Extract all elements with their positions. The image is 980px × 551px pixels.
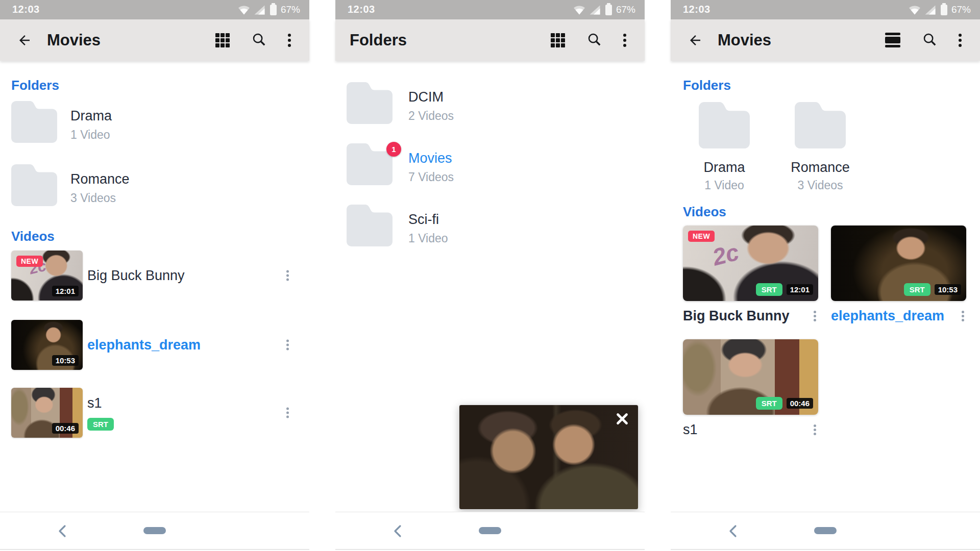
overflow-menu-icon[interactable]: [623, 34, 626, 47]
folder-icon: [699, 101, 750, 149]
folder-item-drama[interactable]: [11, 101, 57, 145]
video-title: s1: [87, 395, 102, 411]
back-icon[interactable]: [688, 33, 703, 50]
duration-badge: 12:01: [52, 286, 79, 296]
status-time: 12:03: [683, 4, 710, 15]
wifi-icon: [909, 5, 921, 15]
more-options-icon[interactable]: [960, 309, 966, 323]
home-pill[interactable]: [143, 527, 166, 534]
folder-item-scifi[interactable]: [346, 205, 393, 248]
status-time: 12:03: [348, 4, 375, 15]
video-thumbnail[interactable]: 2c NEW 12:01: [11, 251, 83, 300]
nav-back-icon[interactable]: [728, 524, 738, 540]
app-toolbar: Folders: [335, 19, 645, 61]
list-view-icon[interactable]: [885, 33, 900, 47]
search-icon[interactable]: [922, 32, 937, 49]
folder-card-drama[interactable]: Drama 1 Video: [678, 101, 770, 192]
folder-count: 3 Videos: [774, 179, 866, 192]
video-thumbnail[interactable]: 00:46: [11, 388, 83, 438]
folder-name: Romance: [70, 171, 130, 187]
folder-icon: [346, 82, 393, 124]
search-icon[interactable]: [251, 32, 266, 49]
grid-view-icon[interactable]: [551, 33, 565, 47]
more-options-icon[interactable]: [812, 309, 818, 323]
gesture-nav-bar: [671, 512, 980, 549]
video-card-elephants-dream[interactable]: SRT 10:53 elephants_dream: [831, 226, 966, 324]
folder-item-movies[interactable]: 1: [346, 143, 393, 187]
new-count-badge: 1: [386, 142, 401, 157]
folder-icon: [11, 164, 57, 206]
folder-count: 1 Video: [678, 179, 770, 192]
screen-edge: [671, 549, 980, 550]
srt-badge: SRT: [756, 283, 782, 296]
folder-count: 1 Video: [70, 128, 112, 142]
status-bar: 12:03 67%: [0, 0, 309, 19]
duration-badge: 10:53: [935, 284, 961, 295]
folder-item-movies-meta: Movies 7 Videos: [408, 151, 454, 184]
overflow-menu-icon[interactable]: [959, 34, 962, 47]
folders-heading: Folders: [11, 78, 59, 93]
status-bar: 12:03 67%: [671, 0, 980, 19]
home-pill[interactable]: [814, 527, 837, 534]
search-icon[interactable]: [586, 32, 602, 49]
screen-edge: [335, 549, 645, 550]
more-options-icon[interactable]: [812, 422, 818, 437]
screen-movies-list: 12:03 67% Movies Folders Drama 1 Video R…: [0, 0, 309, 551]
video-title: Big Buck Bunny: [683, 308, 790, 324]
more-options-icon[interactable]: [284, 268, 291, 283]
status-bar: 12:03 67%: [335, 0, 645, 19]
battery-percent: 67%: [616, 4, 635, 15]
video-row-elephants-dream[interactable]: 10:53 elephants_dream: [11, 320, 291, 370]
video-thumbnail[interactable]: 10:53: [11, 320, 83, 370]
video-card-s1[interactable]: SRT 00:46 s1: [683, 339, 818, 438]
more-options-icon[interactable]: [284, 406, 291, 420]
videos-heading: Videos: [11, 229, 55, 244]
folder-item-dcim-meta: DCIM 2 Videos: [408, 89, 454, 123]
folder-count: 2 Videos: [408, 109, 454, 123]
folder-item-romance[interactable]: [11, 164, 57, 208]
home-pill[interactable]: [479, 527, 501, 534]
battery-percent: 67%: [281, 4, 300, 15]
video-title: elephants_dream: [831, 308, 944, 324]
new-badge: NEW: [688, 231, 715, 242]
floating-mini-player[interactable]: [459, 405, 639, 510]
more-options-icon[interactable]: [284, 338, 291, 353]
status-icons: 67%: [909, 0, 971, 19]
video-thumbnail[interactable]: 2c NEW SRT 12:01: [683, 226, 818, 301]
video-title: elephants_dream: [87, 337, 201, 353]
close-icon[interactable]: [614, 410, 631, 430]
overflow-menu-icon[interactable]: [288, 34, 291, 47]
videos-heading: Videos: [683, 204, 726, 220]
folders-heading: Folders: [683, 78, 731, 93]
video-title: Big Buck Bunny: [87, 268, 185, 284]
video-card-big-buck-bunny[interactable]: 2c NEW SRT 12:01 Big Buck Bunny: [683, 226, 818, 324]
video-thumbnail[interactable]: SRT 00:46: [683, 339, 818, 415]
battery-percent: 67%: [951, 4, 971, 15]
page-title: Movies: [718, 31, 771, 49]
folder-count: 1 Video: [408, 232, 448, 245]
battery-icon: [270, 5, 277, 15]
folder-name: DCIM: [408, 89, 454, 105]
duration-badge: 00:46: [787, 398, 813, 409]
video-row-s1[interactable]: 00:46 s1 SRT: [11, 388, 291, 438]
duration-badge: 10:53: [52, 355, 79, 366]
app-toolbar: Movies: [0, 19, 309, 61]
status-time: 12:03: [12, 4, 40, 15]
battery-icon: [941, 5, 947, 15]
grid-view-icon[interactable]: [215, 33, 230, 47]
video-row-big-buck-bunny[interactable]: 2c NEW 12:01 Big Buck Bunny: [11, 251, 291, 300]
back-icon[interactable]: [17, 33, 32, 50]
wifi-icon: [573, 5, 585, 15]
page-title: Movies: [47, 31, 101, 49]
nav-back-icon[interactable]: [393, 524, 403, 540]
screen-edge: [0, 549, 309, 550]
page-title: Folders: [350, 31, 407, 49]
video-thumbnail[interactable]: SRT 10:53: [831, 226, 966, 301]
folder-item-scifi-meta: Sci-fi 1 Video: [408, 212, 448, 245]
nav-back-icon[interactable]: [57, 524, 67, 540]
srt-badge: SRT: [904, 283, 930, 296]
folder-item-drama-meta: Drama 1 Video: [70, 108, 112, 142]
wifi-icon: [238, 5, 250, 15]
folder-item-dcim[interactable]: [346, 82, 393, 126]
folder-card-romance[interactable]: Romance 3 Videos: [774, 101, 866, 192]
